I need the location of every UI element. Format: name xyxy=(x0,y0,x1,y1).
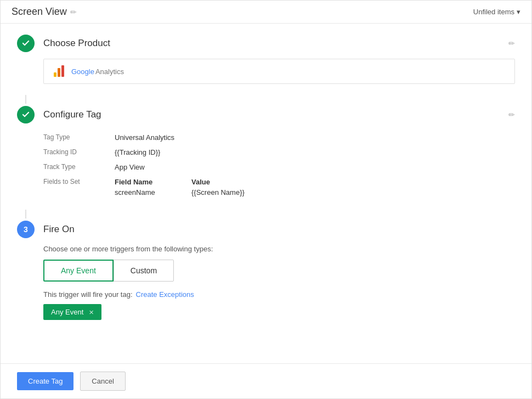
svg-rect-0 xyxy=(54,72,56,77)
trigger-note-text: This trigger will fire your tag: xyxy=(43,290,133,299)
tracking-id-value: {{Tracking ID}} xyxy=(115,148,160,156)
top-bar: Screen View ✏ Unfiled items ▾ xyxy=(1,1,531,24)
trigger-buttons-group: Any Event Custom xyxy=(43,260,515,282)
google-label: Google xyxy=(71,68,94,76)
create-exceptions-link[interactable]: Create Exceptions xyxy=(136,290,194,299)
step1-section: Choose Product ✏ Google Analytics xyxy=(17,35,515,89)
value-header: Value xyxy=(191,178,210,186)
main-content: Choose Product ✏ Google Analytics xyxy=(1,24,531,363)
step2-section: Configure Tag ✏ Tag Type Universal Analy… xyxy=(17,106,515,204)
track-type-value: App View xyxy=(115,163,145,171)
custom-trigger-button[interactable]: Custom xyxy=(114,260,174,282)
analytics-label: Analytics xyxy=(95,68,124,76)
product-card: Google Analytics xyxy=(43,59,515,84)
tracking-id-label: Tracking ID xyxy=(43,148,115,156)
field-value-value: {{Screen Name}} xyxy=(191,188,245,196)
page-container: Screen View ✏ Unfiled items ▾ Choose Pro… xyxy=(0,0,532,399)
step1-edit-icon[interactable]: ✏ xyxy=(508,39,515,48)
screen-view-title-area: Screen View ✏ xyxy=(12,6,77,18)
step2-title: Configure Tag xyxy=(43,109,508,120)
bottom-bar: Create Tag Cancel xyxy=(1,363,531,398)
checkmark2-svg-icon xyxy=(21,110,31,120)
page-title: Screen View xyxy=(12,6,67,18)
tag-type-label: Tag Type xyxy=(43,133,115,141)
fields-data-row: screenName {{Screen Name}} xyxy=(115,188,245,196)
active-trigger-tag: Any Event × xyxy=(43,304,101,320)
step3-section: 3 Fire On Choose one or more triggers fr… xyxy=(17,221,515,320)
svg-rect-1 xyxy=(58,68,60,77)
step3-number: 3 xyxy=(24,225,28,234)
checkmark-svg-icon xyxy=(21,38,31,48)
chevron-down-icon: ▾ xyxy=(517,8,520,16)
svg-rect-2 xyxy=(61,65,64,77)
step1-header: Choose Product ✏ xyxy=(17,35,515,52)
connector-2 xyxy=(25,210,26,218)
config-table: Tag Type Universal Analytics Tracking ID… xyxy=(43,130,515,200)
track-type-label: Track Type xyxy=(43,163,115,171)
step2-icon xyxy=(17,106,35,123)
fields-to-set-label: Fields to Set xyxy=(43,178,115,186)
active-trigger-label: Any Event xyxy=(51,308,83,316)
tag-type-row: Tag Type Universal Analytics xyxy=(43,130,515,145)
tracking-id-row: Tracking ID {{Tracking ID}} xyxy=(43,145,515,160)
fields-header: Field Name Value xyxy=(115,178,245,186)
fields-to-set-row: Fields to Set Field Name Value screenNam… xyxy=(43,175,515,200)
create-tag-button[interactable]: Create Tag xyxy=(17,372,73,390)
step1-icon xyxy=(17,35,35,52)
step3-icon: 3 xyxy=(17,221,35,238)
unfiled-items-dropdown[interactable]: Unfiled items ▾ xyxy=(473,8,520,16)
fire-on-body: Choose one or more triggers from the fol… xyxy=(43,245,515,320)
tag-type-value: Universal Analytics xyxy=(115,133,174,142)
connector-1 xyxy=(25,95,26,104)
ga-logo-icon xyxy=(52,64,67,79)
cancel-button[interactable]: Cancel xyxy=(80,372,125,391)
title-edit-icon[interactable]: ✏ xyxy=(70,8,77,16)
unfiled-items-label: Unfiled items xyxy=(473,8,514,16)
remove-trigger-button[interactable]: × xyxy=(89,307,94,317)
field-name-value: screenName xyxy=(115,188,169,196)
step2-edit-icon[interactable]: ✏ xyxy=(508,110,515,119)
any-event-trigger-button[interactable]: Any Event xyxy=(43,260,114,282)
field-name-header: Field Name xyxy=(115,178,169,186)
step2-header: Configure Tag ✏ xyxy=(17,106,515,123)
track-type-row: Track Type App View xyxy=(43,160,515,175)
fire-on-instruction: Choose one or more triggers from the fol… xyxy=(43,245,515,253)
step1-title: Choose Product xyxy=(43,38,508,49)
step3-title: Fire On xyxy=(43,224,515,235)
trigger-note: This trigger will fire your tag: Create … xyxy=(43,290,515,299)
product-name: Google Analytics xyxy=(71,68,124,76)
fields-table: Field Name Value screenName {{Screen Nam… xyxy=(115,178,245,196)
step3-header: 3 Fire On xyxy=(17,221,515,238)
